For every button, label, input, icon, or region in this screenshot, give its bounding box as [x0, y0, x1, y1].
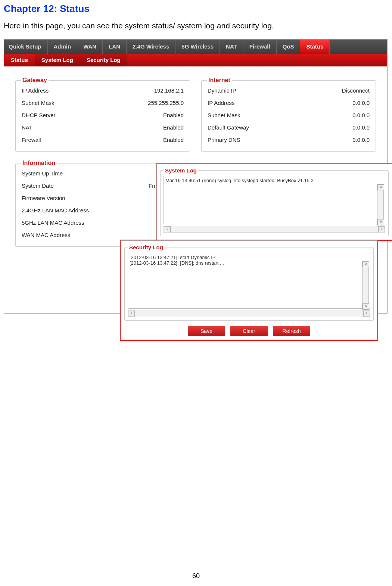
row-label: Firmware Version: [22, 195, 65, 201]
tab-24g-wireless[interactable]: 2.4G Wireless: [127, 40, 175, 54]
clear-button[interactable]: Clear: [230, 326, 268, 336]
row-label: 5GHz LAN MAC Address: [22, 219, 84, 226]
tab-quick-setup[interactable]: Quick Setup: [4, 40, 48, 54]
scroll-left-icon[interactable]: ‹: [128, 311, 135, 317]
scroll-right-icon[interactable]: ›: [363, 311, 370, 317]
security-log-legend: Security Log: [128, 244, 165, 250]
tab-firewall[interactable]: Firewall: [243, 40, 277, 54]
intro-text: Here in this page, you can see the syste…: [4, 21, 388, 30]
scrollbar-vertical[interactable]: ∧ ∨: [377, 184, 384, 225]
row-value: 0.0.0.0: [352, 112, 370, 118]
tab-qos[interactable]: QoS: [277, 40, 301, 54]
tab-5g-wireless[interactable]: 5G Wireless: [175, 40, 220, 54]
scroll-left-icon[interactable]: ‹: [164, 226, 171, 232]
row-value: Enabled: [163, 112, 184, 118]
information-legend: Information: [21, 160, 57, 166]
refresh-button[interactable]: Refresh: [273, 326, 310, 336]
system-log-textarea[interactable]: [164, 176, 385, 224]
router-screenshot: Quick Setup Admin WAN LAN 2.4G Wireless …: [4, 39, 388, 314]
nav-main: Quick Setup Admin WAN LAN 2.4G Wireless …: [4, 40, 387, 54]
row-value: 0.0.0.0: [352, 100, 370, 106]
row-value: 0.0.0.0: [352, 124, 370, 131]
scroll-right-icon[interactable]: ›: [378, 226, 385, 232]
page-title: Chapter 12: Status: [4, 3, 388, 15]
scrollbar-horizontal[interactable]: ‹ ›: [128, 310, 370, 317]
tab-admin[interactable]: Admin: [48, 40, 78, 54]
internet-legend: Internet: [207, 77, 232, 84]
scroll-up-icon[interactable]: ∧: [377, 184, 384, 190]
row-label: 2.4GHz LAN MAC Address: [22, 207, 89, 213]
scroll-down-icon[interactable]: ∨: [363, 303, 369, 309]
row-value: 255.255.255.0: [148, 100, 184, 106]
row-label: Dynamic IP: [208, 87, 236, 94]
row-value: Enabled: [163, 124, 184, 131]
row-label: IP Address: [22, 87, 49, 94]
subtab-status[interactable]: Status: [4, 54, 35, 66]
row-value: 0.0.0.0: [352, 137, 370, 143]
save-button[interactable]: Save: [188, 326, 225, 336]
row-value: 192.168.2.1: [154, 87, 184, 94]
tab-nat[interactable]: NAT: [220, 40, 243, 54]
row-label: NAT: [22, 124, 32, 131]
security-log-textarea[interactable]: [128, 253, 370, 309]
page-number: 60: [0, 572, 392, 580]
scrollbar-horizontal[interactable]: ‹ ›: [164, 226, 385, 233]
system-log-popup: System Log ‹ › ∧ ∨: [156, 163, 392, 241]
scroll-down-icon[interactable]: ∨: [377, 219, 384, 225]
row-label: Subnet Mask: [208, 112, 240, 118]
row-label: System Up Time: [22, 170, 63, 177]
gateway-panel: Gateway IP Address192.168.2.1 Subnet Mas…: [15, 77, 190, 152]
scrollbar-vertical[interactable]: ∧ ∨: [362, 261, 369, 310]
row-label: System Date: [22, 183, 54, 189]
tab-status[interactable]: Status: [300, 40, 330, 54]
row-label: WAN MAC Address: [22, 232, 70, 238]
tab-lan[interactable]: LAN: [103, 40, 127, 54]
row-label: Default Gateway: [208, 124, 249, 131]
row-label: Firewall: [22, 137, 41, 143]
security-log-popup: Security Log ‹ › ∧ ∨ Save Clear Refresh: [120, 240, 378, 341]
gateway-legend: Gateway: [21, 77, 49, 84]
row-label: Subnet Mask: [22, 100, 55, 106]
scroll-up-icon[interactable]: ∧: [363, 261, 369, 267]
subtab-system-log[interactable]: System Log: [35, 54, 80, 66]
internet-panel: Internet Dynamic IPDisconnect IP Address…: [201, 77, 376, 152]
row-label: Primary DNS: [208, 137, 240, 143]
row-value: Disconnect: [342, 87, 370, 94]
system-log-legend: System Log: [164, 167, 198, 174]
row-label: DHCP Server: [22, 112, 56, 118]
subtab-security-log[interactable]: Security Log: [80, 54, 127, 66]
nav-sub: Status System Log Security Log: [4, 54, 387, 66]
row-value: Enabled: [163, 137, 184, 143]
row-label: IP Address: [208, 100, 234, 106]
tab-wan[interactable]: WAN: [77, 40, 103, 54]
